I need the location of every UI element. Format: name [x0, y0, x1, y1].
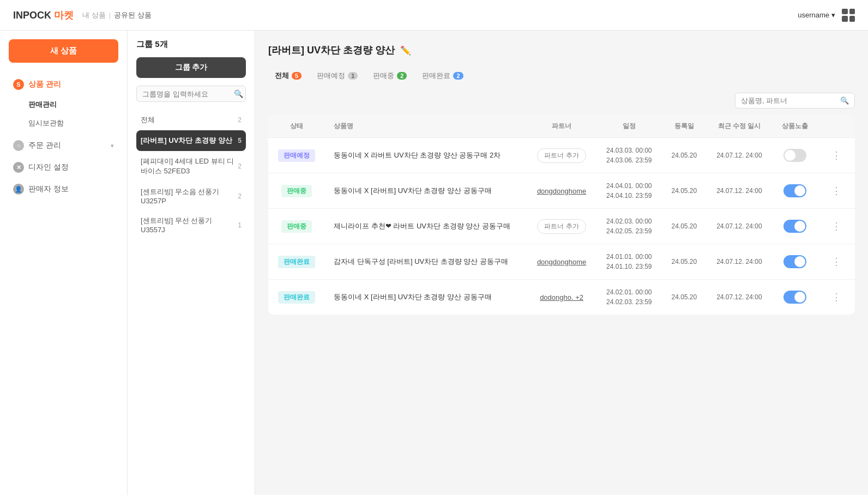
sidebar-submenu: 판매관리 임시보관함 [9, 95, 118, 132]
breadcrumb-shared[interactable]: 공유된 상품 [114, 10, 152, 20]
tabs-bar: 전체 5 판매예정 1 판매중 2 판매완료 2 [268, 68, 855, 84]
design-settings-icon: ✕ [13, 162, 24, 173]
cell-status: 판매완료 [268, 280, 325, 315]
chevron-icon: ▾ [111, 142, 114, 149]
mod-date-text: 24.07.12. 24:00 [716, 293, 762, 301]
main-content: [라버트] UV차단 초경량 양산 ✏️ 전체 5 판매예정 1 판매중 2 판… [255, 31, 868, 495]
partner-link[interactable]: dongdonghome [537, 187, 586, 195]
tab-sale-complete-badge: 2 [453, 72, 463, 80]
sidebar-item-sales-management[interactable]: 판매관리 [24, 95, 118, 114]
add-partner-button[interactable]: 파트너 추가 [537, 148, 586, 163]
group-label-peppadei: [페피대이] 4세대 LED 뷰티 디바이스 52FED3 [141, 156, 238, 176]
content-title: [라버트] UV차단 초경량 양산 [268, 44, 395, 57]
mod-date-text: 24.07.12. 24:00 [716, 187, 762, 195]
reg-date-text: 24.05.20 [672, 258, 697, 265]
group-item-centliving-wireless[interactable]: [센트리빙] 무선 선풍기 U3557J 1 [136, 210, 246, 239]
more-options-button[interactable]: ⋮ [827, 253, 846, 270]
cell-partner[interactable]: dongdonghome [527, 244, 596, 280]
schedule-text: 24.01.01. 00:0024.01.10. 23:59 [605, 252, 653, 271]
search-row: 🔍 [268, 93, 855, 108]
tab-sale-complete[interactable]: 판매완료 2 [415, 68, 469, 84]
cell-partner[interactable]: dodongho. +2 [527, 280, 596, 315]
group-count-centliving-wireless: 1 [238, 221, 242, 229]
group-item-all[interactable]: 전체 2 [136, 110, 246, 130]
product-search-input[interactable] [741, 96, 840, 105]
cell-visible [772, 138, 817, 173]
breadcrumb: 내 상품 | 공유된 상품 [82, 10, 152, 20]
cell-mod-date: 24.07.12. 24:00 [707, 280, 772, 315]
tab-on-sale-label: 판매중 [373, 71, 394, 81]
product-visible-toggle[interactable] [783, 291, 806, 304]
tab-sale-pending[interactable]: 판매예정 1 [310, 68, 364, 84]
chevron-down-icon: ▾ [831, 11, 835, 19]
cell-visible [772, 209, 817, 244]
grid-view-icon[interactable] [842, 9, 855, 22]
sidebar-item-design-settings[interactable]: ✕ 디자인 설정 [9, 156, 118, 178]
partner-link[interactable]: dongdonghome [537, 258, 586, 266]
reg-date-label: 24.05.20 [662, 138, 707, 173]
partner-link[interactable]: dodongho. +2 [540, 293, 583, 301]
cell-more: ⋮ [817, 209, 855, 244]
product-visible-toggle[interactable] [783, 149, 806, 162]
cell-status: 판매중 [268, 209, 325, 244]
add-partner-button[interactable]: 파트너 추가 [537, 219, 586, 234]
group-label-centliving-wireless: [센트리빙] 무선 선풍기 U3557J [141, 216, 238, 234]
more-options-button[interactable]: ⋮ [827, 289, 846, 305]
table-row: 판매완료둥동이네 X [라버트] UV차단 초경량 양산 공동구매dodongh… [268, 280, 855, 315]
schedule-text: 24.02.01. 00:0024.02.03. 23:59 [605, 287, 653, 307]
cell-product-name: 제니라이프 추천❤ 라버트 UV차단 초경량 양산 공동구매 [325, 209, 527, 244]
group-item-lavit-uv[interactable]: [라버트] UV차단 초경량 양산 5 [136, 130, 246, 151]
sidebar-item-product-management[interactable]: S 상품 관리 [9, 74, 118, 95]
tab-on-sale[interactable]: 판매중 2 [366, 68, 413, 84]
search-icon: 🔍 [234, 89, 243, 98]
more-options-button[interactable]: ⋮ [827, 183, 846, 199]
sidebar-label-design-settings: 디자인 설정 [28, 162, 69, 172]
cell-mod-date: 24.07.12. 24:00 [707, 244, 772, 280]
group-label-all: 전체 [141, 115, 155, 125]
col-actions [817, 115, 855, 138]
group-item-peppadei[interactable]: [페피대이] 4세대 LED 뷰티 디바이스 52FED3 2 [136, 151, 246, 182]
table-row: 판매중제니라이프 추천❤ 라버트 UV차단 초경량 양산 공동구매파트너 추가2… [268, 209, 855, 244]
cell-visible [772, 280, 817, 315]
logo: INPOCK 마켓 [13, 9, 74, 22]
col-schedule: 일정 [596, 115, 662, 138]
col-visible: 상품노출 [772, 115, 817, 138]
more-options-button[interactable]: ⋮ [827, 218, 846, 234]
cell-product-name: 둥동이네 X [라버트] UV차단 초경량 양산 공동구매 [325, 280, 527, 315]
sidebar-item-seller-info[interactable]: 👤 판매자 정보 [9, 178, 118, 200]
group-count-all: 2 [238, 116, 242, 124]
username-button[interactable]: username ▾ [798, 11, 835, 19]
group-item-centliving-wired[interactable]: [센트리빙] 무소음 선풍기 U3257P 2 [136, 182, 246, 210]
cell-mod-date: 24.07.12. 24:00 [707, 209, 772, 244]
sidebar-label-order-management: 주문 관리 [28, 141, 61, 150]
edit-icon[interactable]: ✏️ [400, 45, 411, 56]
product-visible-toggle[interactable] [783, 220, 806, 233]
product-visible-toggle[interactable] [783, 184, 806, 197]
cell-schedule: 24.02.01. 00:0024.02.03. 23:59 [596, 280, 662, 315]
group-search-input[interactable] [142, 90, 234, 98]
status-badge: 판매완료 [278, 291, 315, 304]
cell-status: 판매예정 [268, 138, 325, 173]
product-name-label: 감자네 단독구성 [라버트] UV차단 초경량 양산 공동구매 [334, 257, 508, 265]
sidebar-item-temp-storage[interactable]: 임시보관함 [24, 114, 118, 132]
product-name-label: 둥동이네 X [라버트] UV차단 초경량 양산 공동구매 [334, 293, 492, 301]
product-search-container: 🔍 [735, 93, 855, 108]
product-visible-toggle[interactable] [783, 255, 806, 268]
schedule-text: 24.04.01. 00:0024.04.10. 23:59 [605, 181, 653, 201]
cell-partner: 파트너 추가 [527, 138, 596, 173]
status-badge: 판매중 [281, 220, 312, 233]
tab-sale-pending-badge: 1 [348, 72, 358, 80]
cell-schedule: 24.02.03. 00:0024.02.05. 23:59 [596, 209, 662, 244]
new-product-button[interactable]: 새 상품 [9, 39, 118, 63]
cell-partner[interactable]: dongdonghome [527, 173, 596, 209]
cell-more: ⋮ [817, 173, 855, 209]
tab-all[interactable]: 전체 5 [268, 68, 308, 84]
add-group-button[interactable]: 그룹 추가 [136, 57, 246, 78]
sidebar-item-order-management[interactable]: ○ 주문 관리 ▾ [9, 135, 118, 156]
more-options-button[interactable]: ⋮ [827, 147, 846, 164]
cell-more: ⋮ [817, 244, 855, 280]
product-name-label: 둥동이네 X 라버트 UV차단 초경량 양산 공동구매 2차 [334, 151, 501, 159]
breadcrumb-my[interactable]: 내 상품 [82, 10, 106, 20]
seller-info-icon: 👤 [13, 184, 24, 195]
cell-visible [772, 173, 817, 209]
